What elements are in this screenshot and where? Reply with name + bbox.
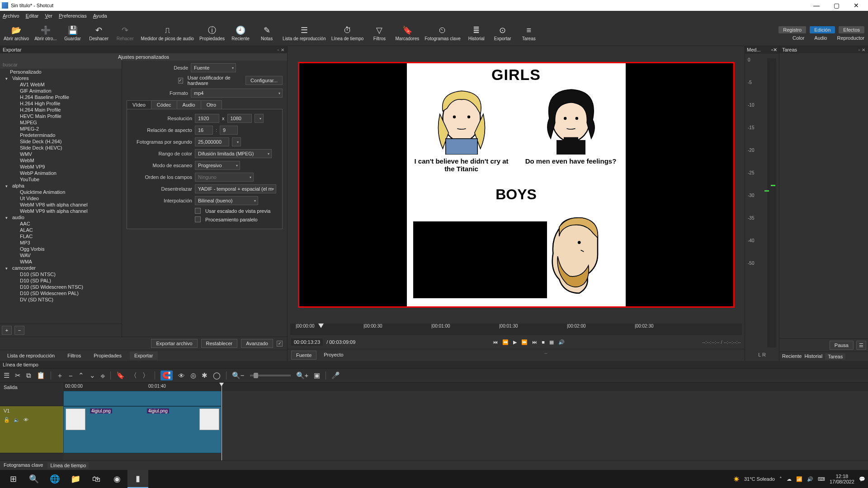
toolbar-lista-de-reproducci-n[interactable]: ☰Lista de reproducción	[283, 25, 326, 41]
tab-codec[interactable]: Códec	[151, 101, 177, 109]
tab-audio[interactable]: Audio	[177, 101, 201, 109]
res-w-input[interactable]: 1920	[195, 114, 219, 123]
preset-tree[interactable]: PersonalizadoValoresAV1 WebMGIF Animatio…	[0, 69, 122, 324]
track-v1[interactable]: V1 🔓🔈👁	[0, 406, 63, 453]
preset-h-264-main-profile[interactable]: H.264 Main Profile	[0, 107, 122, 113]
menu-ayuda[interactable]: Ayuda	[93, 13, 107, 19]
maximize-button[interactable]: ▢	[826, 0, 846, 10]
tl-append-icon[interactable]: ＋	[57, 371, 63, 380]
tl-rippleall-icon[interactable]: ✱	[202, 371, 208, 380]
tl-zoomout-icon[interactable]: 🔍−	[232, 371, 245, 380]
restablecer-button[interactable]: Restablecer	[201, 339, 238, 348]
exportar-archivo-button[interactable]: Exportar archivo	[151, 339, 197, 348]
preset-d10-sd-widescreen-pal-[interactable]: D10 (SD Widescreen PAL)	[0, 290, 122, 296]
tl-scrub-icon[interactable]: 👁	[178, 372, 185, 380]
store-icon[interactable]: 🛍	[86, 470, 107, 488]
tl-zoom-slider[interactable]	[250, 375, 291, 376]
shotcut-taskbar-icon[interactable]: ▮	[127, 470, 148, 488]
toolbar-l-nea-de-tiempo[interactable]: ⏱Línea de tiempo	[331, 25, 364, 41]
asp-h-input[interactable]: 9	[220, 126, 238, 135]
preset-slide-deck-h-264-[interactable]: Slide Deck (H.264)	[0, 138, 122, 145]
viewer-ruler[interactable]: |00:00:00|00:00:30|00:01:00|00:01:30|00:…	[290, 324, 742, 335]
tl-record-icon[interactable]: 🎤	[331, 371, 340, 380]
deint-select[interactable]: YADIF - temporal + espacial (el m	[195, 184, 276, 193]
clip-salida[interactable]	[63, 391, 222, 406]
preset-webp-animation[interactable]: WebP Animation	[0, 170, 122, 176]
mode-registro[interactable]: Registro	[778, 26, 806, 33]
volume-icon[interactable]: 🔊	[558, 339, 565, 345]
layout-audio[interactable]: Audio	[814, 35, 827, 41]
preset-webm[interactable]: WebM	[0, 157, 122, 164]
preset-d10-sd-widescreen-ntsc-[interactable]: D10 (SD Widescreen NTSC)	[0, 284, 122, 290]
menu-editar[interactable]: Editar	[26, 13, 39, 19]
stop-icon[interactable]: ■	[542, 339, 545, 345]
avanzado-checkbox[interactable]: ✓	[277, 341, 283, 347]
preset-h-264-high-profile[interactable]: H.264 High Profile	[0, 100, 122, 107]
grid-icon[interactable]: ▦	[549, 339, 554, 345]
tab-otro[interactable]: Otro	[201, 101, 222, 109]
preset-wav[interactable]: WAV	[0, 252, 122, 258]
tl-zoomin-icon[interactable]: 🔍+	[296, 371, 309, 380]
skip-start-icon[interactable]: ⏮	[493, 339, 498, 345]
rewind-icon[interactable]: ⏪	[502, 339, 509, 345]
tl-prev-icon[interactable]: 〈	[130, 371, 137, 380]
preset-wma[interactable]: WMA	[0, 258, 122, 265]
fps-preset-select[interactable]	[232, 137, 241, 146]
track-lock-icon[interactable]: 🔓	[4, 417, 10, 423]
hw-checkbox[interactable]: ✓	[178, 78, 183, 84]
tl-lift-icon[interactable]: ⌃	[78, 371, 84, 380]
toolbar-guardar[interactable]: 💾Guardar	[62, 25, 83, 41]
tl-ripplemk-icon[interactable]: ◯	[213, 371, 221, 380]
toolbar-reciente[interactable]: 🕘Reciente	[230, 25, 251, 41]
tab-lista[interactable]: Lista de reproducción	[3, 352, 59, 360]
preset-ogg-vorbis[interactable]: Ogg Vorbis	[0, 246, 122, 252]
layout-color[interactable]: Color	[793, 35, 804, 41]
preset-ut-video[interactable]: Ut Video	[0, 195, 122, 202]
preset-predeterminado[interactable]: Predeterminado	[0, 132, 122, 138]
toolbar-tareas[interactable]: ≡Tareas	[519, 25, 539, 41]
layout-reproductor[interactable]: Reproductor	[837, 35, 864, 41]
preset-gif-animation[interactable]: GIF Animation	[0, 88, 122, 94]
tareas-menu-button[interactable]: ☰	[856, 341, 866, 350]
preset-mp3[interactable]: MP3	[0, 239, 122, 246]
tl-remove-icon[interactable]: −	[69, 372, 73, 380]
weather-text[interactable]: 31°C Soleado	[744, 476, 775, 482]
preset-alpha[interactable]: alpha	[0, 183, 122, 189]
tray-chevron-icon[interactable]: ˄	[779, 476, 782, 482]
preset-slide-deck-hevc-[interactable]: Slide Deck (HEVC)	[0, 145, 122, 151]
tl-ripple-icon[interactable]: ◎	[190, 371, 196, 380]
mode-edición[interactable]: Edición	[810, 26, 835, 33]
panel-undock-icon[interactable]: ▫	[277, 47, 279, 52]
fps-input[interactable]: 25,000000	[195, 137, 229, 146]
preset-personalizado[interactable]: Personalizado	[0, 69, 122, 75]
tareas-close-icon[interactable]: ✕	[862, 47, 865, 52]
panel-close-icon[interactable]: ✕	[281, 47, 284, 52]
preset-webm-vp9-with-alpha-channel[interactable]: WebM VP9 with alpha channel	[0, 208, 122, 214]
skip-end-icon[interactable]: ⏭	[532, 339, 537, 345]
play-icon[interactable]: ▶	[513, 339, 517, 345]
rango-select[interactable]: Difusión limitada (MPEG)	[195, 149, 272, 158]
preset-webm-vp8-with-alpha-channel[interactable]: WebM VP8 with alpha channel	[0, 202, 122, 208]
tab-proyecto[interactable]: Proyecto	[319, 351, 348, 360]
preset-youtube[interactable]: YouTube	[0, 176, 122, 183]
toolbar-deshacer[interactable]: ↶Deshacer	[89, 25, 109, 41]
tl-cut-icon[interactable]: ✂	[15, 371, 21, 380]
menu-preferencias[interactable]: Preferencias	[59, 13, 87, 19]
tab-propiedades[interactable]: Propiedades	[89, 352, 126, 360]
preset-add-button[interactable]: +	[2, 326, 12, 335]
tab-exportar[interactable]: Exportar	[130, 352, 158, 360]
avanzado-button[interactable]: Avanzado	[241, 339, 273, 348]
preset-search-input[interactable]	[0, 61, 122, 69]
toolbar-filtros[interactable]: ▽Filtros	[369, 25, 390, 41]
preset-mpeg-2[interactable]: MPEG-2	[0, 126, 122, 132]
res-preset-select[interactable]	[255, 114, 264, 123]
minimize-button[interactable]: —	[807, 0, 826, 10]
preset-av1-webm[interactable]: AV1 WebM	[0, 81, 122, 88]
preset-dv-sd-ntsc-[interactable]: DV (SD NTSC)	[0, 296, 122, 303]
tab-reciente[interactable]: Reciente	[782, 353, 802, 360]
desde-select[interactable]: Fuente	[191, 63, 236, 72]
tl-paste-icon[interactable]: 📋	[37, 371, 45, 380]
tab-filtros[interactable]: Filtros	[63, 352, 85, 360]
preset-audio[interactable]: audio	[0, 214, 122, 221]
close-button[interactable]: ✕	[846, 0, 866, 10]
